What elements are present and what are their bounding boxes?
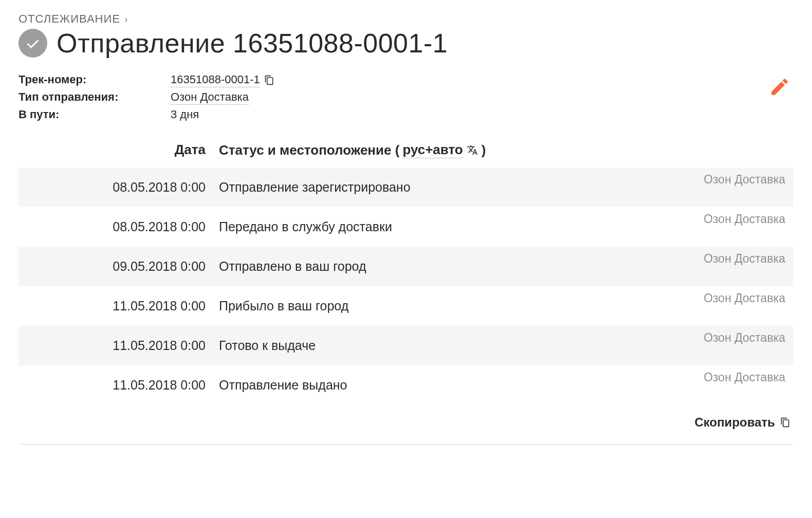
col-status-header: Статус и местоположение ( рус+авто ) (219, 142, 793, 158)
event-carrier: Озон Доставка (634, 173, 788, 187)
event-status: Отправлено в ваш город (219, 259, 634, 274)
breadcrumb-label: ОТСЛЕЖИВАНИЕ (19, 12, 120, 26)
copy-all-label: Скопировать (694, 415, 775, 430)
track-number-text[interactable]: 16351088-0001-1 (171, 73, 260, 87)
event-status: Прибыло в ваш город (219, 299, 634, 313)
tracking-row: 11.05.2018 0:00Отправление выданоОзон До… (19, 365, 793, 405)
status-header-prefix: Статус и местоположение ( (219, 142, 399, 158)
shipment-type-text[interactable]: Озон Доставка (171, 90, 249, 105)
meta-block: Трек-номер: 16351088-0001-1 Тип отправле… (19, 73, 793, 121)
tracking-row: 08.05.2018 0:00Передано в службу доставк… (19, 207, 793, 247)
transit-value: 3 дня (171, 108, 274, 121)
event-carrier: Озон Доставка (634, 371, 788, 384)
event-date: 09.05.2018 0:00 (19, 259, 219, 274)
tracking-rows: 08.05.2018 0:00Отправление зарегистриров… (19, 168, 793, 405)
meta-grid: Трек-номер: 16351088-0001-1 Тип отправле… (19, 73, 274, 121)
chevron-right-icon: › (124, 13, 128, 25)
transit-label: В пути: (19, 108, 171, 121)
track-number-label: Трек-номер: (19, 73, 171, 87)
copy-icon (780, 417, 790, 428)
event-status: Готово к выдаче (219, 338, 634, 353)
pencil-icon (769, 76, 790, 98)
tracking-row: 08.05.2018 0:00Отправление зарегистриров… (19, 168, 793, 207)
event-date: 11.05.2018 0:00 (19, 378, 219, 393)
copy-icon[interactable] (264, 75, 274, 86)
check-circle-icon (19, 29, 47, 58)
breadcrumb[interactable]: ОТСЛЕЖИВАНИЕ › (19, 12, 793, 26)
event-status: Передано в службу доставки (219, 219, 634, 234)
edit-button[interactable] (766, 73, 793, 102)
col-date-header: Дата (19, 142, 219, 158)
event-date: 11.05.2018 0:00 (19, 338, 219, 353)
language-toggle[interactable]: рус+авто (402, 142, 463, 158)
event-status: Отправление выдано (219, 378, 634, 393)
track-number-value: 16351088-0001-1 (171, 73, 274, 87)
translate-icon[interactable] (466, 144, 478, 156)
event-date: 08.05.2018 0:00 (19, 219, 219, 234)
table-header: Дата Статус и местоположение ( рус+авто … (19, 142, 793, 168)
status-header-suffix: ) (482, 142, 486, 158)
tracking-row: 11.05.2018 0:00Прибыло в ваш городОзон Д… (19, 286, 793, 326)
shipment-type-value: Озон Доставка (171, 90, 274, 105)
event-carrier: Озон Доставка (634, 291, 788, 305)
title-row: Отправление 16351088-0001-1 (19, 28, 793, 59)
event-date: 11.05.2018 0:00 (19, 299, 219, 313)
page-title: Отправление 16351088-0001-1 (57, 28, 448, 59)
event-date: 08.05.2018 0:00 (19, 180, 219, 195)
shipment-type-label: Тип отправления: (19, 90, 171, 105)
copy-all-button[interactable]: Скопировать (19, 405, 793, 445)
event-status: Отправление зарегистрировано (219, 180, 634, 195)
event-carrier: Озон Доставка (634, 212, 788, 226)
tracking-row: 09.05.2018 0:00Отправлено в ваш городОзо… (19, 247, 793, 286)
tracking-row: 11.05.2018 0:00Готово к выдачеОзон Доста… (19, 326, 793, 365)
event-carrier: Озон Доставка (634, 252, 788, 266)
event-carrier: Озон Доставка (634, 331, 788, 345)
